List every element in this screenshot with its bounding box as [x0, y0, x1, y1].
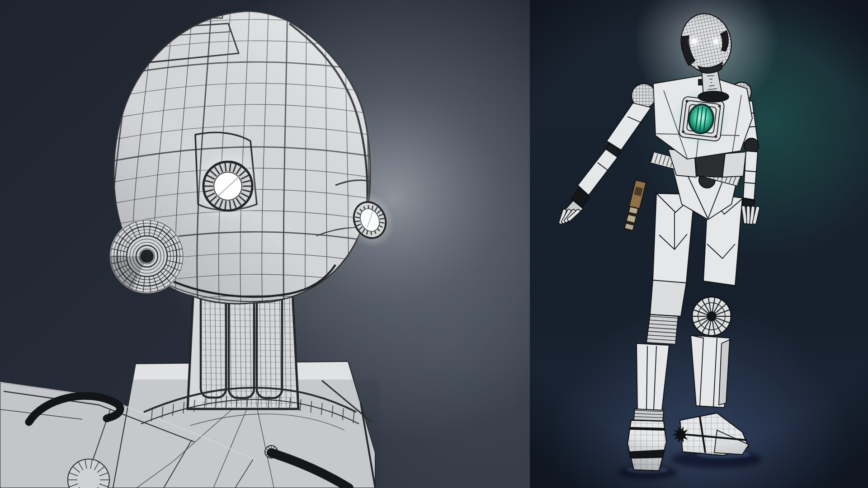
render-stage: Wireframe droid render, two views Wirefr… — [0, 0, 868, 488]
droid-render-svg: Wireframe droid render — [0, 0, 868, 488]
ear-disc — [110, 219, 184, 293]
right-vignette — [530, 0, 868, 488]
panel-head-closeup — [0, 0, 530, 488]
panel-full-body — [530, 0, 868, 488]
eye-lens-main — [192, 150, 264, 222]
